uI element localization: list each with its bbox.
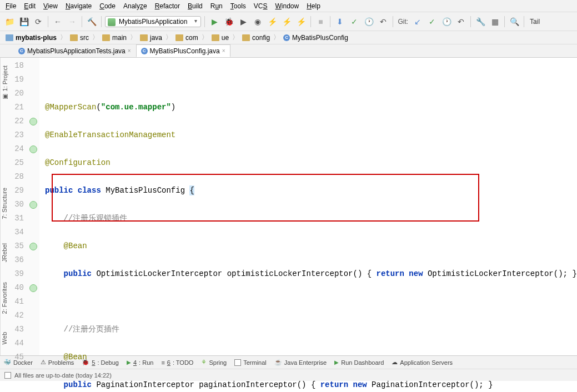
gutter-icons — [27, 58, 39, 355]
bc-config[interactable]: config — [240, 34, 272, 42]
bean-gutter-icon[interactable] — [29, 201, 37, 209]
stop-icon[interactable]: ■ — [314, 16, 327, 28]
menu-view[interactable]: View — [40, 1, 61, 11]
code-area[interactable]: @MapperScan("com.ue.mapper") @EnableTran… — [39, 58, 577, 355]
update-icon[interactable]: ⬇ — [334, 16, 346, 28]
menu-refactor[interactable]: Refactor — [152, 1, 183, 11]
folder-icon — [242, 34, 250, 41]
bc-ue[interactable]: ue — [209, 34, 231, 42]
menu-code[interactable]: Code — [96, 1, 119, 11]
forward-icon[interactable]: → — [66, 16, 78, 28]
jr1-icon[interactable]: ⚡ — [266, 16, 278, 28]
menu-vcs[interactable]: VCS — [250, 1, 271, 11]
class-icon — [18, 48, 25, 54]
toolbar: 📁 💾 ⟳ ← → 🔨 MybatisPlusApplication ▶ 🐞 ▶… — [0, 12, 577, 31]
menu-file[interactable]: File — [2, 1, 19, 11]
bean-gutter-icon[interactable] — [29, 284, 37, 292]
menu-build[interactable]: Build — [184, 1, 206, 11]
tool-project[interactable]: ▣1: Project — [0, 63, 9, 103]
tool-web[interactable]: Web — [0, 330, 9, 346]
menu-navigate[interactable]: Navigate — [62, 1, 95, 11]
tool-structure[interactable]: 7: Structure — [0, 185, 9, 222]
menu-tools[interactable]: Tools — [227, 1, 249, 11]
menu-analyze[interactable]: Analyze — [120, 1, 150, 11]
bc-main[interactable]: main — [100, 34, 129, 42]
git-hist-icon[interactable]: 🕐 — [440, 16, 453, 28]
code-editor[interactable]: 1819202122232425282930313435363940414243… — [1, 58, 577, 355]
profile-icon[interactable]: ◉ — [252, 16, 264, 28]
run-icon[interactable]: ▶ — [208, 16, 220, 28]
commit-icon[interactable]: ✓ — [348, 16, 360, 28]
menu-bar: File Edit View Navigate Code Analyze Ref… — [0, 0, 577, 12]
tab-tests[interactable]: MybatisPlusApplicationTests.java× — [13, 44, 136, 57]
refresh-icon[interactable]: ⟳ — [32, 16, 44, 28]
bean-gutter-icon[interactable] — [29, 118, 37, 125]
git-commit-icon[interactable]: ✓ — [426, 16, 438, 28]
bean-gutter-icon[interactable] — [29, 145, 37, 153]
menu-help[interactable]: Help — [303, 1, 324, 11]
folder-icon — [175, 34, 183, 41]
close-icon[interactable]: × — [128, 48, 131, 54]
bc-root[interactable]: mybatis-plus — [3, 34, 59, 42]
tool-favorites[interactable]: 2: Favorites — [0, 280, 9, 316]
class-icon — [283, 34, 290, 41]
wrench-icon[interactable]: 🔧 — [474, 16, 486, 28]
bc-java[interactable]: java — [138, 34, 164, 42]
menu-window[interactable]: Window — [272, 1, 302, 11]
module-icon — [6, 34, 13, 41]
struct-icon[interactable]: ▦ — [489, 16, 501, 28]
run-config-selector[interactable]: MybatisPlusApplication — [105, 16, 201, 27]
folder-icon — [212, 34, 219, 41]
bc-class[interactable]: MyBatisPlusConfig — [281, 34, 350, 42]
jr2-icon[interactable]: ⚡ — [280, 16, 293, 28]
editor-tabs: MybatisPlusApplicationTests.java× MyBati… — [0, 44, 577, 58]
git-revert-icon[interactable]: ↶ — [455, 16, 467, 28]
bt-docker[interactable]: 🐳Docker — [3, 359, 33, 366]
left-tool-strip: ▣1: Project 7: Structure JRebel 2: Favor… — [0, 58, 1, 355]
history-icon[interactable]: 🕐 — [363, 16, 375, 28]
menu-edit[interactable]: Edit — [21, 1, 39, 11]
folder-icon — [102, 34, 110, 41]
bc-com[interactable]: com — [173, 34, 200, 42]
folder-icon — [140, 34, 148, 41]
class-icon — [141, 48, 148, 54]
tail-label: Tail — [530, 18, 540, 26]
open-icon[interactable]: 📁 — [3, 16, 16, 28]
coverage-icon[interactable]: ▶ — [237, 16, 249, 28]
git-pull-icon[interactable]: ↙ — [412, 16, 424, 28]
close-icon[interactable]: × — [222, 48, 225, 54]
bc-src[interactable]: src — [68, 34, 91, 42]
breadcrumb: mybatis-plus〉 src〉 main〉 java〉 com〉 ue〉 … — [0, 31, 577, 44]
jr3-icon[interactable]: ⚡ — [295, 16, 307, 28]
status-icon[interactable] — [4, 372, 11, 379]
debug-icon[interactable]: 🐞 — [223, 16, 235, 28]
folder-icon — [70, 34, 78, 41]
build-icon[interactable]: 🔨 — [86, 16, 98, 28]
highlight-box — [52, 174, 479, 222]
save-icon[interactable]: 💾 — [18, 16, 30, 28]
revert-icon[interactable]: ↶ — [377, 16, 389, 28]
back-icon[interactable]: ← — [52, 16, 64, 28]
main-area: ▣1: Project 7: Structure JRebel 2: Favor… — [0, 58, 577, 355]
tool-jrebel[interactable]: JRebel — [0, 241, 9, 264]
git-label: Git: — [398, 18, 408, 26]
menu-run[interactable]: Run — [207, 1, 226, 11]
tab-config[interactable]: MyBatisPlusConfig.java× — [136, 44, 230, 57]
bean-gutter-icon[interactable] — [29, 243, 37, 250]
search-icon[interactable]: 🔍 — [508, 16, 520, 28]
